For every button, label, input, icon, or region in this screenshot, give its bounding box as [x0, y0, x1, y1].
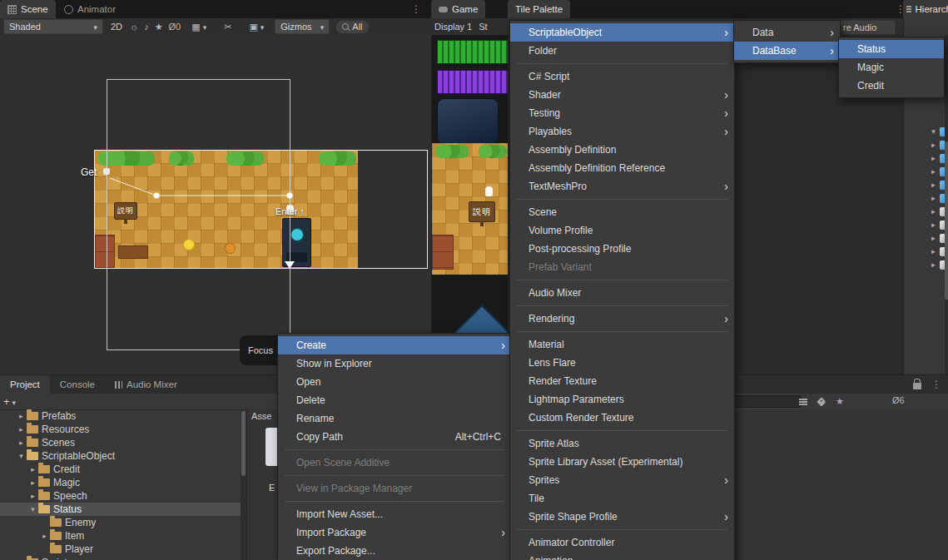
- menu-item[interactable]: Playables: [510, 122, 734, 141]
- foldout-arrow-icon[interactable]: [929, 127, 938, 136]
- menu-item[interactable]: Lightmap Parameters: [510, 390, 734, 409]
- menu-item[interactable]: DataBase: [734, 42, 840, 60]
- menu-item[interactable]: Assembly Definition Reference: [510, 159, 734, 177]
- project-tree-item[interactable]: Speech: [0, 489, 241, 503]
- hierarchy-item[interactable]: [904, 205, 948, 218]
- mute-audio-button-clipped[interactable]: re Audio: [839, 20, 896, 35]
- foldout-arrow-icon[interactable]: [929, 194, 938, 202]
- foldout-arrow-icon[interactable]: [17, 425, 26, 434]
- foldout-arrow-icon[interactable]: [28, 505, 37, 513]
- menu-item[interactable]: Animator Controller: [510, 533, 734, 552]
- menu-item[interactable]: Create: [278, 336, 511, 354]
- foldout-arrow-icon[interactable]: [929, 181, 938, 189]
- menu-item[interactable]: Open: [278, 373, 511, 391]
- menu-item[interactable]: Sprite Shape Profile: [510, 508, 734, 526]
- menu-item[interactable]: TextMeshPro: [510, 177, 734, 196]
- foldout-arrow-icon[interactable]: [929, 207, 938, 216]
- cutter-tool-icon[interactable]: ✂: [224, 18, 231, 35]
- project-tree-item[interactable]: Magic: [0, 476, 241, 489]
- hierarchy-item[interactable]: [904, 165, 948, 178]
- foldout-arrow-icon[interactable]: [17, 439, 26, 447]
- menu-item[interactable]: Tile: [510, 489, 734, 508]
- camera-settings-dropdown[interactable]: ▣: [244, 20, 269, 33]
- menu-item[interactable]: Post-processing Profile: [510, 240, 734, 258]
- project-tree-item[interactable]: Player: [0, 543, 241, 556]
- hierarchy-item[interactable]: [904, 178, 948, 191]
- foldout-arrow-icon[interactable]: [40, 532, 49, 540]
- project-create-button[interactable]: +: [3, 394, 16, 409]
- menu-item[interactable]: Show in Explorer: [278, 354, 511, 373]
- project-tree-item[interactable]: ScriptableObject: [0, 449, 241, 463]
- foldout-arrow-icon[interactable]: [929, 154, 938, 162]
- tab-game[interactable]: Game: [431, 0, 485, 18]
- search-by-label-icon[interactable]: [814, 395, 829, 408]
- foldout-arrow-icon[interactable]: [929, 234, 938, 242]
- menu-item[interactable]: Sprite Atlas: [510, 434, 734, 453]
- scene-view[interactable]: 説明 Get Enter ↑ Focus: [0, 35, 431, 374]
- menu-item[interactable]: Rendering: [510, 310, 734, 328]
- menu-item[interactable]: Assembly Definition: [510, 141, 734, 159]
- bottom-tab[interactable]: Audio Mixer: [105, 375, 187, 394]
- scene-visibility-toggle[interactable]: Ø0: [169, 18, 181, 35]
- menu-item[interactable]: Delete: [278, 391, 511, 409]
- scene-search-field[interactable]: All: [335, 20, 369, 34]
- project-panel-menu-icon[interactable]: ⋮: [931, 379, 941, 390]
- hierarchy-item[interactable]: [904, 258, 948, 271]
- menu-item[interactable]: Sprite Library Asset (Experimental): [510, 453, 734, 471]
- gizmos-dropdown[interactable]: Gizmos: [275, 19, 330, 34]
- menu-item[interactable]: Animation: [510, 552, 734, 560]
- bottom-tab[interactable]: Console: [50, 375, 105, 394]
- foldout-arrow-icon[interactable]: [929, 260, 938, 269]
- foldout-arrow-icon[interactable]: [929, 247, 938, 255]
- grid-settings-dropdown[interactable]: ▦: [186, 20, 211, 33]
- search-by-type-icon[interactable]: [796, 395, 811, 408]
- tab-animator[interactable]: Animator: [57, 0, 123, 18]
- menu-item[interactable]: Testing: [510, 104, 734, 122]
- favorite-star-icon[interactable]: ★: [832, 395, 847, 408]
- hierarchy-scrollbar[interactable]: [945, 35, 948, 374]
- project-tree-item[interactable]: Resources: [0, 423, 241, 436]
- hierarchy-item[interactable]: [904, 191, 948, 205]
- menu-item[interactable]: Copy Path Alt+Ctrl+C: [278, 428, 511, 446]
- foldout-arrow-icon[interactable]: [17, 412, 26, 420]
- hierarchy-item[interactable]: [904, 218, 948, 231]
- scene-panel-menu-icon[interactable]: ⋮: [411, 0, 421, 18]
- foldout-arrow-icon[interactable]: [929, 167, 938, 176]
- project-tree-item[interactable]: Scenes: [0, 436, 241, 449]
- foldout-arrow-icon[interactable]: [28, 465, 37, 473]
- menu-item[interactable]: Audio Mixer: [510, 284, 734, 302]
- scene-effects-icon[interactable]: ★: [155, 18, 163, 35]
- foldout-arrow-icon[interactable]: [929, 141, 938, 149]
- project-tree-item[interactable]: Prefabs: [0, 409, 241, 423]
- project-tree-item[interactable]: Credit: [0, 463, 241, 476]
- tab-tile-palette[interactable]: Tile Palette: [508, 0, 570, 18]
- bottom-tab[interactable]: Project: [0, 375, 50, 394]
- menu-item[interactable]: Lens Flare: [510, 354, 734, 372]
- menu-item[interactable]: ScriptableObject: [510, 23, 734, 42]
- scene-audio-icon[interactable]: ♪: [144, 18, 149, 35]
- foldout-arrow-icon[interactable]: [28, 478, 37, 487]
- menu-item[interactable]: Scene: [510, 203, 734, 221]
- display-dropdown[interactable]: Display 1: [434, 22, 472, 32]
- 2d-toggle[interactable]: 2D: [109, 22, 124, 32]
- scrollbar-thumb[interactable]: [945, 141, 948, 300]
- foldout-arrow-icon[interactable]: [17, 452, 26, 460]
- menu-item[interactable]: Folder: [510, 42, 734, 60]
- hierarchy-item[interactable]: [904, 245, 948, 258]
- menu-item[interactable]: Import Package: [278, 523, 511, 542]
- project-tree-scrollbar[interactable]: [241, 409, 246, 560]
- menu-item[interactable]: Shader: [510, 86, 734, 104]
- menu-item[interactable]: Material: [510, 335, 734, 354]
- tab-hierarchy[interactable]: Hierarch: [903, 0, 948, 18]
- project-tree-item[interactable]: Enemy: [0, 516, 241, 529]
- scene-lighting-icon[interactable]: ☼: [130, 18, 138, 35]
- foldout-arrow-icon[interactable]: [28, 492, 37, 500]
- menu-item[interactable]: Export Package...: [278, 542, 511, 560]
- hierarchy-item[interactable]: [904, 231, 948, 245]
- foldout-arrow-icon[interactable]: [929, 221, 938, 229]
- project-tree-item[interactable]: Status: [0, 503, 241, 516]
- project-tree-item[interactable]: Scripts: [0, 556, 241, 560]
- tab-scene[interactable]: Scene: [0, 0, 56, 18]
- project-tree-item[interactable]: Item: [0, 529, 241, 543]
- aspect-dropdown-clipped[interactable]: St: [479, 22, 487, 32]
